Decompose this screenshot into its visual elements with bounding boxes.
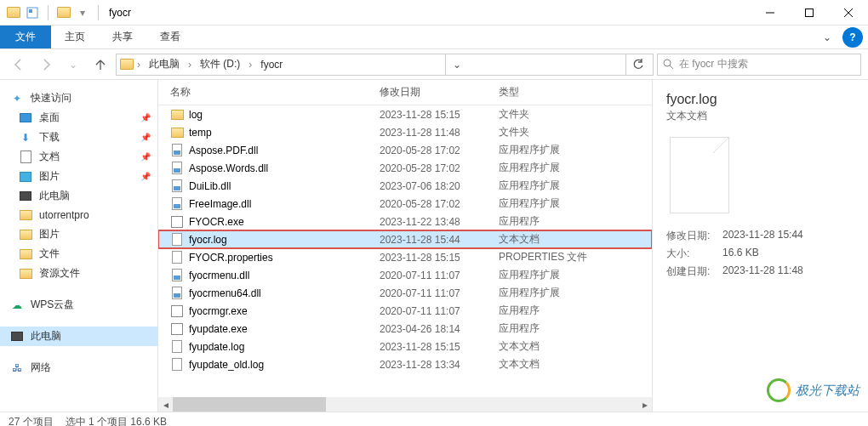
sidebar-this-pc[interactable]: 此电脑 xyxy=(0,327,157,346)
sidebar-label: WPS云盘 xyxy=(31,298,74,312)
sidebar-quick-access[interactable]: ✦ 快速访问 xyxy=(0,88,157,108)
file-row[interactable]: log 2023-11-28 15:15 文件夹 xyxy=(158,105,652,123)
file-date: 2020-05-28 17:02 xyxy=(380,198,499,210)
folder-icon xyxy=(19,247,32,261)
properties-icon[interactable] xyxy=(26,6,39,20)
file-type: PROPERTIES 文件 xyxy=(499,250,601,264)
file-row[interactable]: DuiLib.dll 2023-07-06 18:20 应用程序扩展 xyxy=(158,177,652,195)
ribbon-tabs: 文件 主页 共享 查看 ⌄ ? xyxy=(0,26,868,49)
sidebar-label: 此电脑 xyxy=(31,329,61,344)
sidebar-item-label: 下载 xyxy=(39,130,60,145)
pc-icon xyxy=(10,330,24,344)
file-row[interactable]: fyocrmenu64.dll 2020-07-11 11:07 应用程序扩展 xyxy=(158,284,652,302)
details-filename: fyocr.log xyxy=(666,92,854,107)
file-name: FYOCR.exe xyxy=(189,216,244,228)
watermark: 极光下载站 xyxy=(767,378,859,402)
sidebar-item-label: 文件 xyxy=(39,247,60,261)
file-row[interactable]: temp 2023-11-28 11:48 文件夹 xyxy=(158,123,652,141)
ribbon-tab-home[interactable]: 主页 xyxy=(51,26,99,48)
column-name[interactable]: 名称 xyxy=(158,85,380,99)
file-name: DuiLib.dll xyxy=(189,180,231,192)
sidebar-item[interactable]: ⬇ 下载 📌 xyxy=(0,128,157,147)
folder-icon xyxy=(7,6,20,20)
exe-icon xyxy=(170,215,184,229)
details-filetype: 文本文档 xyxy=(666,109,854,123)
search-input[interactable]: 在 fyocr 中搜索 xyxy=(657,54,861,76)
folder-icon xyxy=(170,126,184,139)
scroll-right-icon[interactable]: ▸ xyxy=(637,397,652,412)
network-icon: 🖧 xyxy=(10,361,24,375)
breadcrumb-folder[interactable]: fyocr xyxy=(255,57,288,72)
divider xyxy=(98,5,99,20)
dll-icon xyxy=(170,179,184,193)
status-item-count: 27 个项目 xyxy=(9,415,54,426)
chevron-right-icon[interactable]: › xyxy=(135,59,142,71)
sidebar-item[interactable]: 桌面 📌 xyxy=(0,108,157,128)
sidebar-item-label: 图片 xyxy=(39,169,60,184)
file-row[interactable]: fyupdate.exe 2023-04-26 18:14 应用程序 xyxy=(158,320,652,338)
file-type: 应用程序 xyxy=(499,304,601,318)
file-row[interactable]: fyocr.log 2023-11-28 15:44 文本文档 xyxy=(158,230,652,248)
breadcrumb-drive[interactable]: 软件 (D:) xyxy=(195,55,245,73)
file-rows[interactable]: log 2023-11-28 15:15 文件夹 temp 2023-11-28… xyxy=(158,105,652,395)
qat-dropdown-icon[interactable]: ▾ xyxy=(76,6,89,20)
sidebar-item[interactable]: 图片 📌 xyxy=(0,167,157,186)
address-bar[interactable]: › 此电脑 › 软件 (D:) › fyocr ⌄ xyxy=(116,54,654,76)
file-row[interactable]: fyocrmenu.dll 2020-07-11 11:07 应用程序扩展 xyxy=(158,266,652,284)
ribbon-tab-view[interactable]: 查看 xyxy=(146,26,194,48)
file-date: 2020-05-28 17:02 xyxy=(380,145,499,156)
column-date[interactable]: 修改日期 xyxy=(380,85,499,99)
file-row[interactable]: fyupdate.log 2023-11-28 15:15 文本文档 xyxy=(158,338,652,355)
watermark-icon xyxy=(767,378,791,402)
desktop-icon xyxy=(19,111,32,125)
horizontal-scrollbar[interactable]: ◂ ▸ xyxy=(158,397,652,412)
file-type: 文件夹 xyxy=(499,107,601,122)
scroll-left-icon[interactable]: ◂ xyxy=(158,397,173,412)
ribbon-tab-share[interactable]: 共享 xyxy=(99,26,146,48)
help-icon[interactable]: ? xyxy=(842,27,863,48)
breadcrumb-pc[interactable]: 此电脑 xyxy=(144,55,185,73)
up-button[interactable] xyxy=(89,53,112,77)
sidebar-item[interactable]: 文档 📌 xyxy=(0,147,157,167)
ribbon-expand-icon[interactable]: ⌄ xyxy=(817,26,837,48)
file-row[interactable]: FreeImage.dll 2020-05-28 17:02 应用程序扩展 xyxy=(158,195,652,213)
file-row[interactable]: FYOCR.properties 2023-11-28 15:15 PROPER… xyxy=(158,248,652,266)
sidebar-network[interactable]: 🖧 网络 xyxy=(0,358,157,378)
sidebar-quick-group: ✦ 快速访问 桌面 📌 ⬇ 下载 📌 文档 📌 图片 📌 此电脑 utorren… xyxy=(0,88,157,283)
txt-icon xyxy=(170,233,184,247)
file-row[interactable]: Aspose.Words.dll 2020-05-28 17:02 应用程序扩展 xyxy=(158,159,652,177)
file-date: 2023-11-28 15:15 xyxy=(380,109,499,121)
forward-button[interactable] xyxy=(34,53,58,77)
maximize-button[interactable] xyxy=(790,0,829,26)
sidebar: ✦ 快速访问 桌面 📌 ⬇ 下载 📌 文档 📌 图片 📌 此电脑 utorren… xyxy=(0,80,158,412)
recent-dropdown[interactable]: ⌄ xyxy=(61,53,85,77)
sidebar-item[interactable]: 图片 xyxy=(0,224,157,244)
sidebar-item[interactable]: 文件 xyxy=(0,244,157,264)
refresh-button[interactable] xyxy=(625,54,649,75)
sidebar-item[interactable]: 此电脑 xyxy=(0,186,157,206)
status-selection: 选中 1 个项目 16.6 KB xyxy=(66,415,167,426)
download-icon: ⬇ xyxy=(19,131,32,145)
sidebar-item[interactable]: utorrentpro xyxy=(0,206,157,224)
ribbon-tab-file[interactable]: 文件 xyxy=(0,26,51,48)
scroll-thumb[interactable] xyxy=(173,397,326,412)
file-type: 应用程序扩展 xyxy=(499,196,601,211)
minimize-button[interactable] xyxy=(751,0,790,26)
file-type: 文件夹 xyxy=(499,125,601,139)
chevron-right-icon[interactable]: › xyxy=(186,59,193,71)
close-button[interactable] xyxy=(829,0,868,26)
file-date: 2020-07-11 11:07 xyxy=(380,305,499,317)
file-row[interactable]: FYOCR.exe 2023-11-22 13:48 应用程序 xyxy=(158,213,652,230)
file-row[interactable]: Aspose.PDF.dll 2020-05-28 17:02 应用程序扩展 xyxy=(158,141,652,159)
file-row[interactable]: fyocrmgr.exe 2020-07-11 11:07 应用程序 xyxy=(158,302,652,320)
file-row[interactable]: fyupdate_old.log 2023-11-28 13:34 文本文档 xyxy=(158,355,652,373)
chevron-right-icon[interactable]: › xyxy=(247,59,254,71)
file-type: 文本文档 xyxy=(499,232,601,247)
back-button[interactable] xyxy=(7,53,31,77)
address-dropdown-icon[interactable]: ⌄ xyxy=(445,54,469,75)
column-type[interactable]: 类型 xyxy=(499,85,601,99)
sidebar-wps[interactable]: ☁ WPS云盘 xyxy=(0,295,157,315)
search-placeholder: 在 fyocr 中搜索 xyxy=(679,57,748,71)
sidebar-item[interactable]: 资源文件 xyxy=(0,264,157,283)
file-date: 2023-11-28 11:48 xyxy=(380,127,499,139)
